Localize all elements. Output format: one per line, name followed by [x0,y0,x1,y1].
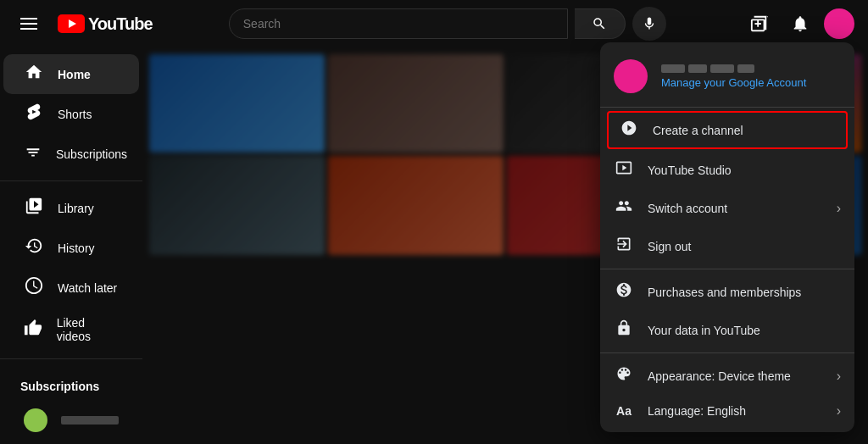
language-label: Language: English [648,404,823,418]
home-icon [24,63,44,86]
video-thumb-2 [328,54,504,153]
history-icon [24,236,44,259]
subscriptions-section-title: Subscriptions [0,366,142,400]
video-thumb-6 [328,156,504,254]
hamburger-menu-button[interactable] [14,11,44,36]
sign-out-label: Sign out [648,240,841,253]
sidebar-item-library-label: Library [58,202,94,215]
topnav: YouTube [0,0,868,47]
sidebar-item-home[interactable]: Home [3,54,139,94]
sidebar: Home Shorts Subscriptions Library Histor… [0,47,142,444]
name-bar-4 [737,64,754,73]
sub-avatar-1 [24,408,47,432]
switch-account-chevron-icon: › [837,201,841,216]
sidebar-item-shorts[interactable]: Shorts [3,94,139,134]
menu-divider-3 [600,352,854,353]
sidebar-item-history[interactable]: History [3,228,139,268]
appearance-icon [614,365,634,386]
nav-right [743,7,854,41]
language-icon: Aa [614,404,634,418]
profile-avatar [614,59,648,93]
name-bar-1 [661,64,685,73]
profile-header: Manage your Google Account [600,42,854,103]
manage-account-link[interactable]: Manage your Google Account [661,76,841,89]
search-bar [229,8,568,39]
appearance-menu-item[interactable]: Appearance: Device theme › [600,357,854,395]
nav-center [159,7,736,41]
sign-out-menu-item[interactable]: Sign out [600,227,854,265]
profile-name-row [661,64,841,73]
appearance-chevron-icon: › [837,369,841,384]
search-button[interactable] [575,8,626,39]
youtube-studio-label: YouTube Studio [648,164,841,177]
watch-later-icon [24,276,44,299]
youtube-logo-text: YouTube [88,14,153,34]
library-icon [24,197,44,219]
liked-videos-icon [24,319,43,341]
video-thumb-5 [149,156,325,254]
menu-divider-2 [600,269,854,269]
shorts-icon [24,103,44,125]
user-avatar-button[interactable] [824,8,854,39]
create-channel-icon [619,119,639,141]
switch-account-menu-item[interactable]: Switch account › [600,189,854,227]
sidebar-divider-1 [0,180,142,181]
create-channel-label: Create a channel [653,124,836,137]
purchases-menu-item[interactable]: Purchases and memberships [600,273,854,311]
restricted-mode-menu-item[interactable]: Restricted Mode: Off › [600,427,854,432]
youtube-studio-icon [614,159,634,180]
language-chevron-icon: › [837,403,841,419]
language-menu-item[interactable]: Aa Language: English › [600,395,854,427]
youtube-studio-menu-item[interactable]: YouTube Studio [600,151,854,189]
sidebar-item-subscriptions-label: Subscriptions [56,147,127,161]
sign-out-icon [614,236,634,257]
name-bar-3 [710,64,734,73]
sidebar-item-history-label: History [58,241,95,255]
create-channel-menu-item[interactable]: Create a channel [607,111,848,149]
sidebar-item-library[interactable]: Library [3,188,139,228]
menu-divider-1 [600,107,854,108]
create-button[interactable] [743,7,776,41]
account-dropdown-menu: Manage your Google Account Create a chan… [600,42,854,432]
appearance-label: Appearance: Device theme [648,369,823,383]
sidebar-item-liked-videos-label: Liked videos [57,316,119,343]
subscriptions-icon [24,142,42,165]
video-thumb-1 [149,54,325,153]
profile-info: Manage your Google Account [661,64,841,89]
switch-account-icon [614,197,634,219]
mic-button[interactable] [632,7,666,41]
notifications-button[interactable] [783,7,817,41]
menu-body: Manage your Google Account Create a chan… [600,42,854,432]
your-data-menu-item[interactable]: Your data in YouTube [600,311,854,349]
name-bar-2 [688,64,707,73]
sidebar-sub-1[interactable] [3,400,139,441]
sub-label-1 [61,416,119,425]
sidebar-item-shorts-label: Shorts [58,108,92,121]
search-input[interactable] [243,17,554,31]
sidebar-item-watch-later[interactable]: Watch later [3,268,139,308]
sidebar-item-home-label: Home [58,68,91,81]
youtube-logo[interactable]: YouTube [58,14,153,34]
sidebar-divider-2 [0,358,142,359]
sidebar-item-subscriptions[interactable]: Subscriptions [3,134,139,174]
purchases-icon [614,281,634,302]
nav-left: YouTube [14,11,153,36]
your-data-label: Your data in YouTube [648,324,841,337]
sidebar-item-liked-videos[interactable]: Liked videos [3,308,139,352]
switch-account-label: Switch account [648,202,823,215]
sidebar-item-watch-later-label: Watch later [58,281,117,295]
sidebar-sub-2[interactable] [3,441,139,444]
purchases-label: Purchases and memberships [648,286,841,299]
your-data-icon [614,319,634,341]
